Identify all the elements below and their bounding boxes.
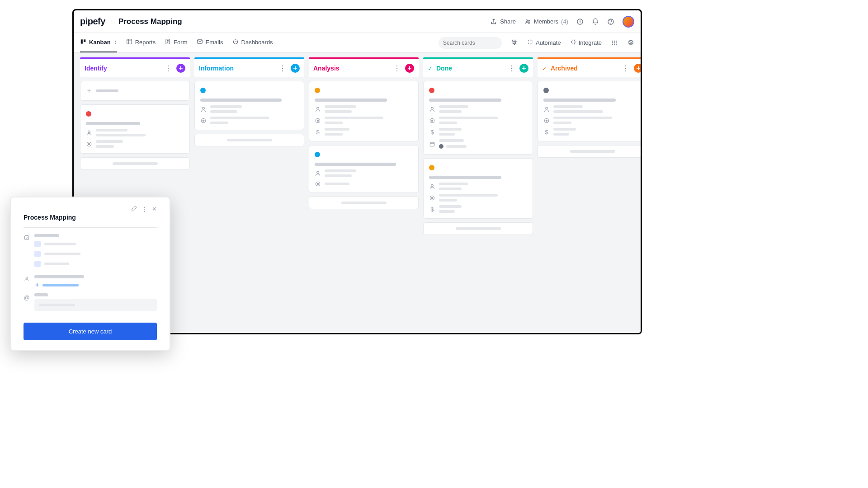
tab-kanban[interactable]: Kanban ▲▼ xyxy=(80,33,117,52)
history-icon[interactable] xyxy=(576,18,584,25)
status-dot xyxy=(315,88,320,93)
kanban-card[interactable]: $ xyxy=(423,158,533,219)
svg-point-14 xyxy=(616,40,617,41)
svg-point-13 xyxy=(614,40,615,41)
bell-icon[interactable] xyxy=(592,18,599,25)
svg-point-27 xyxy=(203,120,204,122)
header: pipefy Process Mapping Share Members (4) xyxy=(74,10,641,33)
svg-rect-7 xyxy=(127,39,132,44)
column-more-icon[interactable]: ⋮ xyxy=(163,64,174,73)
column-header: Identify ⋮ + xyxy=(80,59,190,77)
radio-icon xyxy=(429,117,435,124)
kanban-icon xyxy=(80,38,86,46)
svg-point-43 xyxy=(546,120,547,122)
card-collapsed[interactable] xyxy=(423,222,533,235)
card-collapsed[interactable] xyxy=(538,145,641,158)
emails-icon xyxy=(197,38,203,46)
card-collapsed[interactable] xyxy=(80,157,190,170)
column-more-icon[interactable]: ⋮ xyxy=(392,64,402,73)
at-icon: @ xyxy=(24,293,30,311)
column-title: Identify xyxy=(85,65,160,72)
link-icon[interactable] xyxy=(131,206,137,213)
kanban-card[interactable]: $ xyxy=(423,81,533,155)
apps-icon[interactable] xyxy=(611,39,618,47)
svg-point-16 xyxy=(614,42,615,43)
automate-button[interactable]: Automate xyxy=(527,39,561,47)
column-add-button[interactable]: + xyxy=(405,64,414,73)
card-collapsed[interactable] xyxy=(194,134,304,146)
column-add-button[interactable]: + xyxy=(176,64,185,73)
column-add-button[interactable]: + xyxy=(519,64,528,73)
radio-icon xyxy=(86,141,92,147)
svg-point-30 xyxy=(317,120,319,122)
help-icon[interactable] xyxy=(607,18,614,25)
svg-point-25 xyxy=(203,107,205,109)
dashboards-icon xyxy=(232,38,239,46)
svg-rect-6 xyxy=(84,39,85,42)
column-done: ✓ Done ⋮ + $ $ xyxy=(423,57,533,328)
column-add-button[interactable]: + xyxy=(291,64,300,73)
avatar[interactable] xyxy=(623,16,634,28)
members-button[interactable]: Members (4) xyxy=(524,18,568,25)
svg-point-40 xyxy=(431,197,433,199)
kanban-card[interactable]: $ xyxy=(538,81,641,141)
header-actions: Share Members (4) xyxy=(490,16,634,28)
brand-logo: pipefy xyxy=(80,16,105,27)
svg-point-45 xyxy=(26,277,28,279)
tab-emails[interactable]: Emails xyxy=(197,33,223,52)
status-dot xyxy=(200,88,206,93)
status-dot xyxy=(543,88,549,93)
radio-icon xyxy=(315,181,321,187)
add-assignee-link[interactable]: ＋ xyxy=(34,281,157,289)
tab-reports[interactable]: Reports xyxy=(126,33,156,52)
column-title: Information xyxy=(199,65,274,72)
reports-icon xyxy=(126,38,132,46)
filter-icon[interactable] xyxy=(511,39,518,47)
column-title: Archived xyxy=(551,65,618,72)
column-add-button[interactable]: + xyxy=(634,64,641,73)
close-icon[interactable]: ✕ xyxy=(152,206,157,213)
modal-field-email: @ xyxy=(24,293,157,311)
column-more-icon[interactable]: ⋮ xyxy=(277,64,288,73)
column-archived: ✓ Archived ⋮ + $ xyxy=(538,57,641,328)
page-title: Process Mapping xyxy=(118,17,182,26)
person-icon xyxy=(543,106,550,113)
modal-more-icon[interactable]: ⋮ xyxy=(142,206,147,213)
svg-point-24 xyxy=(88,143,90,145)
tab-form[interactable]: Form xyxy=(165,33,187,52)
share-button[interactable]: Share xyxy=(490,18,516,25)
kanban-card[interactable] xyxy=(80,104,190,154)
person-icon xyxy=(315,170,321,177)
kanban-card[interactable] xyxy=(309,145,419,193)
gear-icon[interactable] xyxy=(627,39,634,47)
create-card-button[interactable]: Create new card xyxy=(24,323,157,340)
divider xyxy=(112,16,112,28)
column-header: ✓ Archived ⋮ + xyxy=(538,59,641,77)
kanban-card[interactable] xyxy=(194,81,304,130)
search-field[interactable] xyxy=(443,40,511,46)
automate-icon xyxy=(527,39,533,47)
person-icon xyxy=(429,106,435,113)
search-input[interactable] xyxy=(439,37,502,49)
plus-icon: ＋ xyxy=(86,87,92,95)
integrate-icon xyxy=(570,39,576,47)
tab-dashboards[interactable]: Dashboards xyxy=(232,33,273,52)
column-title: Done xyxy=(436,65,503,72)
column-more-icon[interactable]: ⋮ xyxy=(506,64,517,73)
column-more-icon[interactable]: ⋮ xyxy=(620,64,631,73)
email-input[interactable] xyxy=(34,299,157,311)
person-icon xyxy=(200,106,207,113)
calendar-icon xyxy=(429,141,435,147)
integrate-button[interactable]: Integrate xyxy=(570,39,602,47)
column-title: Analysis xyxy=(313,65,389,72)
new-card-placeholder[interactable]: ＋ xyxy=(80,81,190,101)
sort-icon: ▲▼ xyxy=(114,40,117,45)
status-dot xyxy=(315,152,320,157)
svg-rect-37 xyxy=(430,142,434,146)
modal-field-checklist xyxy=(24,234,157,271)
card-collapsed[interactable] xyxy=(309,197,419,209)
kanban-card[interactable]: $ xyxy=(309,81,419,141)
divider xyxy=(24,227,157,228)
svg-point-19 xyxy=(614,44,615,45)
create-card-modal: ⋮ ✕ Process Mapping ＋ @ Create new card xyxy=(10,197,170,351)
